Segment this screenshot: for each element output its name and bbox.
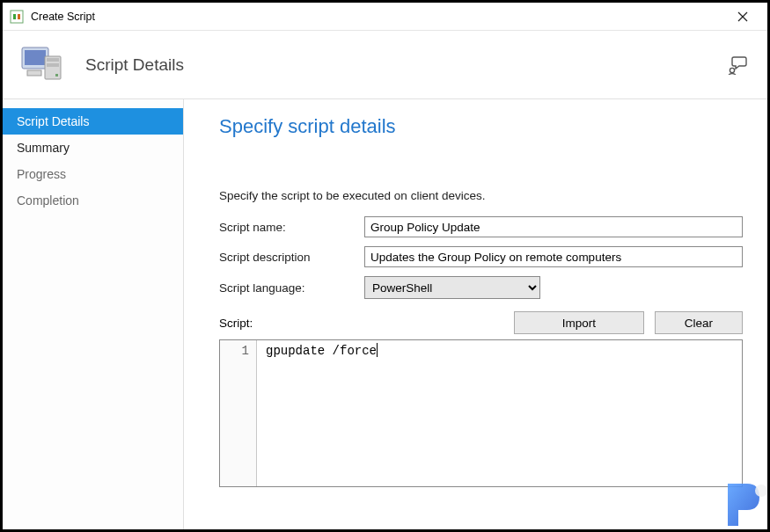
label-script-description: Script description <box>219 251 364 264</box>
titlebar: Create Script <box>3 3 767 31</box>
close-icon <box>737 11 748 22</box>
wizard-header: Script Details <box>3 31 767 99</box>
window-title: Create Script <box>31 11 725 23</box>
editor-code[interactable]: gpupdate /force <box>257 340 742 486</box>
svg-rect-1 <box>13 14 16 19</box>
svg-rect-2 <box>18 14 20 19</box>
script-editor[interactable]: 1 gpupdate /force <box>219 339 743 487</box>
instruction-text: Specify the script to be executed on cli… <box>219 189 743 202</box>
script-language-select[interactable]: PowerShell <box>364 276 540 299</box>
sidebar-item-script-details[interactable]: Script Details <box>3 108 183 135</box>
feedback-icon <box>728 55 749 75</box>
wizard-sidebar: Script Details Summary Progress Completi… <box>3 99 184 529</box>
row-script-description: Script description <box>219 246 743 267</box>
app-icon <box>10 10 24 24</box>
row-script-language: Script language: PowerShell <box>219 276 743 299</box>
sidebar-item-progress[interactable]: Progress <box>3 161 183 187</box>
clear-button[interactable]: Clear <box>655 311 743 334</box>
sidebar-item-label: Completion <box>17 193 79 208</box>
line-number: 1 <box>224 344 249 358</box>
svg-rect-6 <box>25 50 46 65</box>
svg-point-12 <box>730 68 734 72</box>
header-title: Script Details <box>85 55 727 75</box>
svg-rect-11 <box>27 70 41 76</box>
script-description-input[interactable] <box>364 246 743 267</box>
sidebar-item-label: Progress <box>17 167 66 181</box>
svg-rect-9 <box>47 63 59 67</box>
label-script-language: Script language: <box>219 281 364 295</box>
feedback-button[interactable] <box>727 54 750 77</box>
row-script-name: Script name: <box>219 216 743 237</box>
editor-gutter: 1 <box>220 340 257 486</box>
close-button[interactable] <box>725 4 760 29</box>
sidebar-item-label: Script Details <box>17 114 89 128</box>
computer-icon <box>20 42 66 87</box>
sidebar-item-summary[interactable]: Summary <box>3 135 183 161</box>
text-caret <box>377 343 378 357</box>
script-name-input[interactable] <box>364 216 743 237</box>
svg-rect-0 <box>11 11 23 23</box>
row-script: Script: Import Clear <box>219 311 743 334</box>
code-text: gpupdate /force <box>266 344 377 358</box>
svg-rect-8 <box>47 58 59 62</box>
sidebar-item-completion[interactable]: Completion <box>3 187 183 214</box>
page-title: Specify script details <box>219 115 743 138</box>
import-button[interactable]: Import <box>514 311 644 334</box>
sidebar-item-label: Summary <box>17 141 70 155</box>
wizard-content: Specify script details Specify the scrip… <box>184 99 767 529</box>
svg-rect-10 <box>55 74 58 77</box>
label-script: Script: <box>219 317 364 330</box>
wizard-body: Script Details Summary Progress Completi… <box>3 99 767 529</box>
label-script-name: Script name: <box>219 221 364 234</box>
